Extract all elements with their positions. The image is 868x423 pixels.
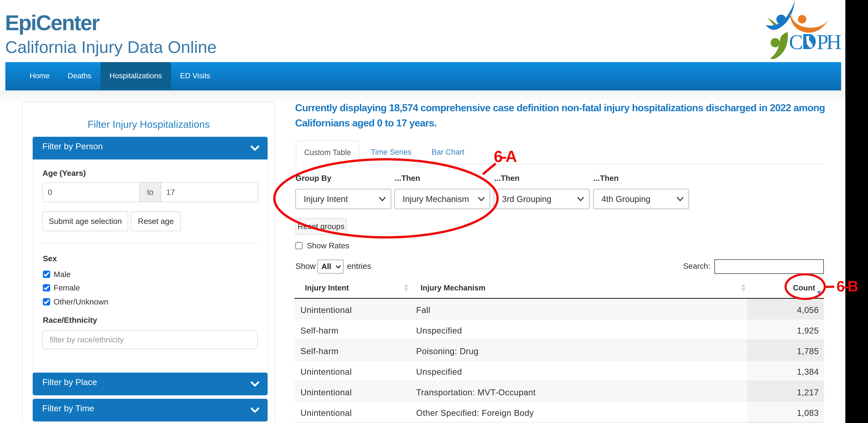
svg-text:C: C	[789, 31, 803, 54]
svg-text:H: H	[826, 30, 841, 54]
